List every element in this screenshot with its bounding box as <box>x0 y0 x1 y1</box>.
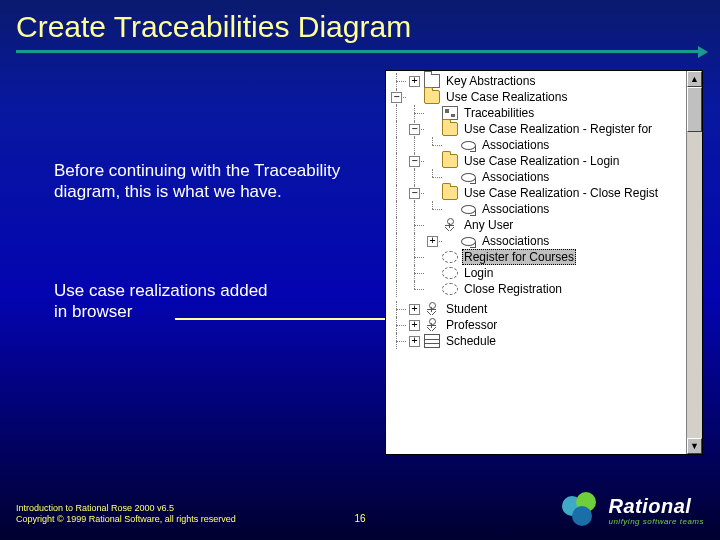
scroll-up-button[interactable]: ▲ <box>687 71 702 87</box>
collapse-icon[interactable]: − <box>391 92 402 103</box>
association-icon <box>460 170 476 184</box>
folder-icon <box>442 186 458 200</box>
selected-node: Register for Courses <box>462 249 576 265</box>
tree-node-close-registration[interactable]: Close Registration <box>388 281 686 297</box>
annotation-arrow <box>175 318 385 320</box>
tree-node-any-user-assoc[interactable]: + Associations <box>388 233 686 249</box>
diagram-icon <box>442 106 458 120</box>
logo-tagline: unifying software teams <box>608 518 704 526</box>
tree-node-ucr-login[interactable]: − Use Case Realization - Login <box>388 153 686 169</box>
tree-node-key-abstractions[interactable]: + Key Abstractions <box>388 73 686 89</box>
tree-node-login[interactable]: Login <box>388 265 686 281</box>
annotation-text: Use case realizations added in browser <box>54 280 274 323</box>
scroll-thumb[interactable] <box>687 87 702 132</box>
tree-node-schedule[interactable]: + Schedule <box>388 333 686 349</box>
collapse-icon[interactable]: − <box>409 156 420 167</box>
folder-icon <box>442 122 458 136</box>
scroll-down-button[interactable]: ▼ <box>687 438 702 454</box>
expand-icon[interactable]: + <box>427 236 438 247</box>
actor-icon <box>442 218 458 232</box>
page-title: Create Traceabilities Diagram <box>16 10 704 44</box>
association-icon <box>460 234 476 248</box>
package-icon <box>424 74 440 88</box>
tree-node-use-case-realizations[interactable]: − Use Case Realizations <box>388 89 686 105</box>
actor-icon <box>424 318 440 332</box>
collaboration-icon <box>442 283 458 295</box>
expand-icon[interactable]: + <box>409 304 420 315</box>
tree-node-student[interactable]: + Student <box>388 301 686 317</box>
page-number: 16 <box>354 513 365 524</box>
folder-icon <box>442 154 458 168</box>
tree-view[interactable]: + Key Abstractions − Use Case Realizatio… <box>386 71 686 454</box>
expand-icon[interactable]: + <box>409 336 420 347</box>
rational-logo: Rational unifying software teams <box>562 492 704 530</box>
title-rule <box>16 50 704 53</box>
intro-text: Before continuing with the Traceability … <box>54 160 354 203</box>
tree-node-associations-3[interactable]: Associations <box>388 201 686 217</box>
expand-icon[interactable]: + <box>409 320 420 331</box>
tree-node-traceabilities[interactable]: Traceabilities <box>388 105 686 121</box>
vertical-scrollbar[interactable]: ▲ ▼ <box>686 71 702 454</box>
association-icon <box>460 202 476 216</box>
collaboration-icon <box>442 251 458 263</box>
tree-node-ucr-register[interactable]: − Use Case Realization - Register for <box>388 121 686 137</box>
tree-node-associations-1[interactable]: Associations <box>388 137 686 153</box>
class-icon <box>424 334 440 348</box>
tree-node-any-user[interactable]: Any User <box>388 217 686 233</box>
tree-node-register-courses[interactable]: Register for Courses <box>388 249 686 265</box>
tree-node-professor[interactable]: + Professor <box>388 317 686 333</box>
tree-node-associations-2[interactable]: Associations <box>388 169 686 185</box>
footer-credits: Introduction to Rational Rose 2000 v6.5 … <box>16 503 236 526</box>
collaboration-icon <box>442 267 458 279</box>
logo-name: Rational <box>608 496 704 516</box>
expand-icon[interactable]: + <box>409 76 420 87</box>
scroll-track[interactable] <box>687 87 702 438</box>
actor-icon <box>424 302 440 316</box>
association-icon <box>460 138 476 152</box>
folder-icon <box>424 90 440 104</box>
collapse-icon[interactable]: − <box>409 188 420 199</box>
logo-mark-icon <box>562 492 600 530</box>
tree-node-ucr-close[interactable]: − Use Case Realization - Close Regist <box>388 185 686 201</box>
collapse-icon[interactable]: − <box>409 124 420 135</box>
model-browser: + Key Abstractions − Use Case Realizatio… <box>385 70 703 455</box>
